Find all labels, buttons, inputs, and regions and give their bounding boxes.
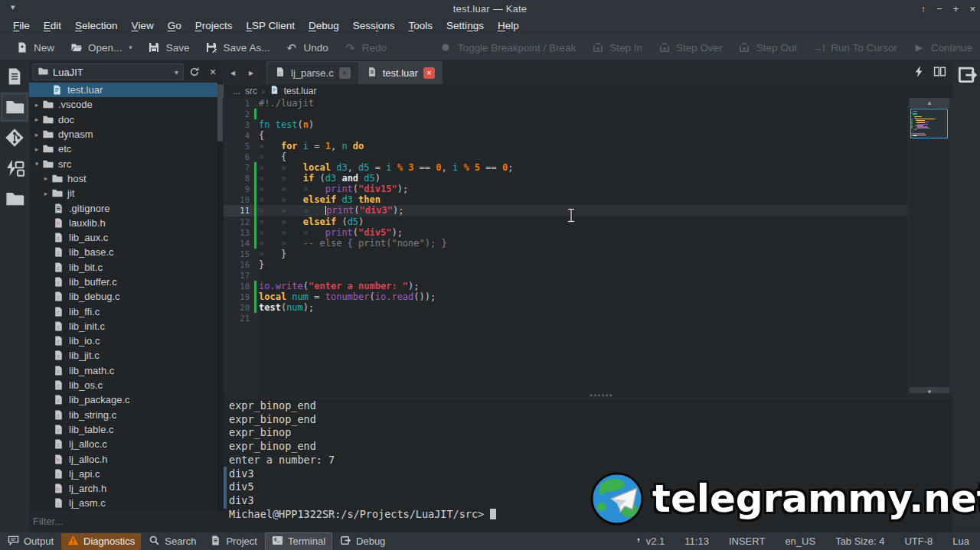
menu-tools[interactable]: Tools (402, 18, 440, 33)
tree-item-lib-package-c[interactable]: clib_package.c (29, 392, 224, 407)
tree-item-lib-os-c[interactable]: clib_os.c (29, 378, 224, 392)
chevron-right-icon[interactable]: ▸ (32, 101, 41, 109)
chevron-right-icon[interactable]: ▸ (32, 131, 41, 138)
code-line-12[interactable]: » » elseif (d5) (259, 216, 907, 227)
code-line-11[interactable]: » » » print("div3"); (259, 205, 907, 216)
step-over-button[interactable]: Step Over (650, 38, 730, 57)
tree-item-doc[interactable]: ▸doc (29, 112, 224, 127)
breadcrumb-folder[interactable]: src (245, 86, 257, 96)
menu-selection[interactable]: Selection (68, 18, 125, 33)
menu-go[interactable]: Go (161, 18, 188, 33)
tree-item-src[interactable]: ▾src (29, 156, 224, 171)
code-line-5[interactable]: » for i = 1, n do (259, 141, 907, 151)
status-v2-1[interactable]: v2.1 (635, 535, 665, 547)
code-line-8[interactable]: » » if (d3 and d5) (259, 173, 907, 184)
code-line-16[interactable]: } (259, 259, 907, 270)
close-icon[interactable]: × (969, 3, 975, 15)
tree-item-dynasm[interactable]: ▸dynasm (29, 127, 224, 142)
save-as-button[interactable]: Save As... (198, 38, 278, 57)
close-panel-button[interactable]: × (205, 64, 220, 80)
new-button[interactable]: New (8, 38, 62, 57)
tree-scrollbar[interactable] (217, 83, 223, 511)
tree-item--vscode[interactable]: ▸.vscode (29, 97, 224, 112)
terminal-prompt-line[interactable]: Michael@HPP1322SR:/s/Projects/LuaJIT/src… (224, 508, 952, 522)
menu-settings[interactable]: Settings (439, 18, 491, 33)
undo-button[interactable]: ↶Undo (277, 38, 335, 57)
step-out-button[interactable]: Step Out (730, 38, 805, 57)
menu-sessions[interactable]: Sessions (346, 18, 402, 33)
tree-item-lj-api-c[interactable]: clj_api.c (29, 467, 224, 481)
save-button[interactable]: Save (140, 38, 198, 57)
lsp-symbols-icon[interactable] (0, 153, 29, 184)
code-line-7[interactable]: » » local d3, d5 = i % 3 == 0, i % 5 == … (259, 162, 907, 173)
code-pane[interactable]: #!./luajitfn test(n){» for i = 1, n do» … (259, 98, 907, 397)
status-en-us[interactable]: en_US (785, 535, 815, 547)
nav-forward-icon[interactable]: ▸ (242, 67, 260, 78)
git-icon[interactable] (0, 122, 29, 153)
tree-item-lib-bit-c[interactable]: clib_bit.c (29, 260, 224, 275)
tree-item-lib-init-c[interactable]: clib_init.c (29, 319, 224, 334)
code-line-1[interactable]: #!./luajit (259, 98, 907, 109)
menu-help[interactable]: Help (491, 18, 526, 33)
code-line-18[interactable]: io.write("enter a number: "); (259, 281, 907, 291)
chevron-down-icon[interactable]: ▾ (129, 44, 132, 51)
tree-item-lj-alloc-h[interactable]: hlj_alloc.h (29, 451, 224, 466)
terminal-left-scrollbar[interactable] (224, 467, 227, 509)
chevron-right-icon[interactable]: ▸ (32, 145, 41, 153)
tree-item-lj-arch-h[interactable]: hlj_arch.h (29, 481, 224, 496)
menu-debug[interactable]: Debug (302, 18, 346, 33)
filter-input[interactable] (33, 516, 217, 527)
chevron-right-icon[interactable]: ▸ (41, 190, 51, 197)
split-view-icon[interactable] (933, 65, 946, 81)
step-in-button[interactable]: Step In (583, 38, 650, 57)
code-editor[interactable]: 123456789101112131415161718192021 #!./lu… (224, 98, 907, 397)
minimap-viewport[interactable] (910, 109, 948, 138)
statusbar-diagnostics-button[interactable]: Diagnostics (61, 533, 141, 550)
code-line-3[interactable]: fn test(n) (259, 119, 907, 130)
menu-lsp-client[interactable]: LSP Client (239, 18, 302, 33)
refresh-button[interactable] (187, 64, 202, 80)
tree-item-lib-table-c[interactable]: clib_table.c (29, 422, 224, 437)
tree-item-lj-asm-c[interactable]: clj_asm.c (29, 496, 224, 510)
minimize-icon[interactable]: − (936, 3, 942, 15)
code-line-6[interactable]: » { (259, 151, 907, 162)
open-button[interactable]: Open...▾ (62, 38, 140, 57)
code-line-19[interactable]: local num = tonumber(io.read()); (259, 291, 907, 302)
tree-item-lib-aux-c[interactable]: clib_aux.c (29, 230, 224, 245)
statusbar-project-button[interactable]: Project (204, 533, 263, 550)
chevron-right-icon[interactable]: ▸ (32, 116, 41, 123)
horizontal-splitter[interactable]: •••••• (224, 393, 980, 399)
tree-item-test-luar[interactable]: test.luar (29, 83, 224, 97)
lightning-icon[interactable] (913, 65, 926, 81)
filesystem-icon[interactable] (0, 92, 29, 122)
projects-folder-icon[interactable] (0, 184, 29, 214)
project-selector[interactable]: LuaJIT ▾ (32, 63, 184, 80)
status-utf-8[interactable]: UTF-8 (904, 535, 933, 547)
chevron-down-icon[interactable]: ▾ (32, 160, 41, 168)
title-bar[interactable]: ▾ test.luar — Kate ↑ − + × (0, 0, 980, 17)
tree-item-jit[interactable]: ▸jit (29, 186, 224, 200)
menu-edit[interactable]: Edit (37, 18, 68, 33)
nav-back-icon[interactable]: ◂ (224, 67, 242, 78)
tree-item-lib-math-c[interactable]: clib_math.c (29, 363, 224, 378)
redo-button[interactable]: ↷Redo (336, 38, 394, 57)
breadcrumb-ellipsis[interactable]: ... (233, 86, 240, 96)
code-line-14[interactable]: » » -- else { print("none"); } (259, 238, 907, 249)
tree-item--gitignore[interactable]: .gitignore (29, 200, 224, 215)
code-line-13[interactable]: » » » print("div5"); (259, 227, 907, 238)
status-11-13[interactable]: 11:13 (684, 535, 709, 547)
keep-above-icon[interactable]: ↑ (921, 3, 926, 15)
statusbar-debug-button[interactable]: Debug (334, 533, 391, 550)
toggle-breakpoint-break-button[interactable]: Toggle Breakpoint / Break (432, 38, 584, 57)
code-line-2[interactable] (259, 109, 907, 119)
status-insert[interactable]: INSERT (729, 535, 765, 547)
tab-close-icon[interactable]: × (423, 67, 435, 79)
code-line-10[interactable]: » » elseif d3 then (259, 194, 907, 205)
continue-button[interactable]: ▶Continue (905, 38, 980, 57)
tab-close-icon[interactable]: × (339, 67, 351, 79)
statusbar-terminal-button[interactable]: $_Terminal (265, 532, 332, 550)
code-line-9[interactable]: » » » print("div15"); (259, 184, 907, 194)
statusbar-output-button[interactable]: Output (2, 533, 60, 550)
tab-lj-parse-c[interactable]: clj_parse.c× (266, 61, 359, 84)
breadcrumb-file[interactable]: test.luar (284, 86, 317, 96)
